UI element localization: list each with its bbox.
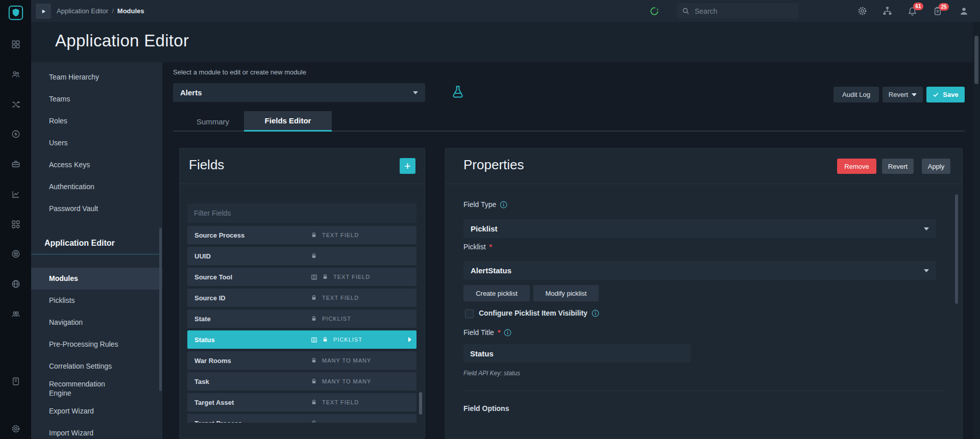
knowledge-icon[interactable] bbox=[0, 377, 31, 386]
approvals-icon[interactable]: 25 bbox=[933, 7, 942, 16]
chevron-down-icon bbox=[413, 91, 418, 94]
field-title-input[interactable] bbox=[463, 344, 691, 363]
approval-count-badge: 25 bbox=[939, 3, 949, 11]
visibility-checkbox[interactable] bbox=[465, 309, 474, 318]
field-row-source-tool[interactable]: Source Tool TEXT FIELD bbox=[187, 268, 416, 286]
page-scrollbar-thumb[interactable] bbox=[974, 36, 978, 84]
fields-list-scrollbar[interactable] bbox=[419, 392, 422, 415]
user-avatar-icon[interactable] bbox=[959, 6, 969, 16]
field-row-source-process[interactable]: Source Process TEXT FIELD bbox=[187, 226, 416, 244]
field-options-heading: Field Options bbox=[463, 404, 509, 412]
lock-icon bbox=[311, 253, 317, 259]
field-row-source-id[interactable]: Source ID TEXT FIELD bbox=[187, 289, 416, 307]
required-marker: * bbox=[489, 243, 492, 251]
sidebar-item-roles[interactable]: Roles bbox=[31, 110, 162, 132]
page-scrollbar-track bbox=[973, 22, 980, 439]
sidebar-item-navigation[interactable]: Navigation bbox=[31, 312, 162, 333]
reports-icon[interactable] bbox=[0, 190, 31, 199]
sidebar-item-correlation-settings[interactable]: Correlation Settings bbox=[31, 355, 162, 377]
field-type-label: Field Type bbox=[463, 200, 507, 209]
remove-button[interactable]: Remove bbox=[837, 159, 876, 174]
field-type-dropdown[interactable]: Picklist bbox=[463, 219, 936, 238]
sidebar-item-team-hierarchy[interactable]: Team Hierarchy bbox=[31, 66, 162, 88]
field-row-state[interactable]: State PICKLIST bbox=[187, 309, 416, 328]
info-icon[interactable] bbox=[592, 309, 599, 317]
properties-scrollbar[interactable] bbox=[955, 194, 958, 304]
field-title-label: Field Title * bbox=[463, 328, 511, 337]
flask-icon[interactable] bbox=[451, 85, 465, 99]
fields-panel: Fields + Source Process TEXT FIELD UUID … bbox=[179, 148, 425, 439]
picklist-dropdown[interactable]: AlertStatus bbox=[463, 261, 936, 280]
sitemap-icon[interactable] bbox=[883, 6, 892, 16]
target-icon[interactable] bbox=[0, 249, 31, 259]
modify-picklist-button[interactable]: Modify picklist bbox=[533, 285, 599, 301]
app-logo[interactable] bbox=[0, 5, 31, 20]
fields-list: Source Process TEXT FIELD UUID Source To… bbox=[187, 226, 416, 423]
create-picklist-button[interactable]: Create picklist bbox=[463, 285, 530, 301]
sidebar-item-export-wizard[interactable]: Export Wizard bbox=[31, 400, 162, 422]
field-row-war-rooms[interactable]: War Rooms MANY TO MANY bbox=[187, 351, 416, 370]
field-row-target-asset[interactable]: Target Asset TEXT FIELD bbox=[187, 393, 416, 411]
search-input[interactable] bbox=[694, 7, 794, 16]
grid-column-icon bbox=[311, 274, 317, 280]
settings-sidebar: Team Hierarchy Teams Roles Users Access … bbox=[31, 62, 162, 439]
required-marker: * bbox=[498, 328, 500, 337]
revert-button[interactable]: Revert bbox=[882, 159, 914, 174]
dashboard-icon[interactable] bbox=[0, 40, 31, 49]
info-icon[interactable] bbox=[504, 329, 511, 337]
module-dropdown[interactable]: Alerts bbox=[173, 83, 425, 102]
properties-panel-title: Properties bbox=[463, 157, 524, 173]
field-row-uuid[interactable]: UUID bbox=[187, 247, 416, 265]
sidebar-item-recommendation-engine[interactable]: Recommendation Engine bbox=[31, 377, 162, 400]
editor-tabs: Summary Fields Editor bbox=[173, 111, 965, 132]
save-button[interactable]: Save bbox=[926, 87, 965, 102]
automation-icon[interactable] bbox=[0, 130, 31, 139]
divider bbox=[463, 391, 944, 391]
gear-icon[interactable] bbox=[0, 424, 31, 433]
tab-fields-editor[interactable]: Fields Editor bbox=[244, 111, 332, 132]
properties-panel-header: Properties Remove Revert Apply bbox=[446, 148, 962, 184]
sidebar-item-teams[interactable]: Teams bbox=[31, 88, 162, 110]
widgets-icon[interactable] bbox=[0, 220, 31, 229]
sidebar-item-users[interactable]: Users bbox=[31, 132, 162, 154]
breadcrumb-separator: / bbox=[112, 7, 114, 15]
resources-icon[interactable] bbox=[0, 160, 31, 169]
filter-fields-input[interactable] bbox=[187, 203, 416, 223]
revert-dropdown-button[interactable]: Revert bbox=[883, 87, 923, 102]
field-row-task[interactable]: Task MANY TO MANY bbox=[187, 372, 416, 391]
apply-button[interactable]: Apply bbox=[922, 159, 950, 174]
lock-icon bbox=[311, 399, 317, 405]
search-icon bbox=[682, 7, 690, 15]
sidebar-item-picklists[interactable]: Picklists bbox=[31, 290, 162, 312]
people-icon[interactable] bbox=[0, 309, 31, 319]
sidebar-item-authentication[interactable]: Authentication bbox=[31, 176, 162, 198]
health-status-icon[interactable] bbox=[649, 6, 659, 16]
teams-icon[interactable] bbox=[0, 70, 31, 79]
field-type-value: Picklist bbox=[471, 224, 924, 233]
sidebar-item-modules[interactable]: Modules bbox=[31, 268, 162, 290]
page-header: Application Editor bbox=[31, 22, 980, 62]
visibility-checkbox-label: Configure Picklist Item Visibility bbox=[479, 309, 599, 317]
notifications-bell-icon[interactable]: 61 bbox=[908, 6, 917, 16]
sidebar-item-pre-processing-rules[interactable]: Pre-Processing Rules bbox=[31, 333, 162, 355]
picklist-label: Picklist * bbox=[463, 243, 492, 251]
globe-icon[interactable] bbox=[0, 279, 31, 289]
sidebar-item-access-keys[interactable]: Access Keys bbox=[31, 154, 162, 176]
tab-summary[interactable]: Summary bbox=[182, 111, 244, 132]
audit-log-button[interactable]: Audit Log bbox=[834, 87, 879, 102]
notification-count-badge: 61 bbox=[913, 3, 923, 10]
fields-panel-title: Fields bbox=[189, 157, 224, 173]
collapse-sidebar-button[interactable] bbox=[36, 4, 51, 19]
sidebar-item-import-wizard[interactable]: Import Wizard bbox=[31, 422, 162, 439]
sidebar-scrollbar[interactable] bbox=[159, 228, 162, 391]
info-icon[interactable] bbox=[500, 201, 507, 209]
field-row-target-process[interactable]: Target Process bbox=[187, 414, 416, 423]
page-title: Application Editor bbox=[55, 31, 189, 50]
add-field-button[interactable]: + bbox=[400, 158, 415, 174]
topbar: Application Editor / Modules 61 25 bbox=[31, 0, 980, 22]
routing-icon[interactable] bbox=[0, 100, 31, 109]
field-row-status-selected[interactable]: Status PICKLIST bbox=[187, 330, 416, 349]
breadcrumb-parent[interactable]: Application Editor bbox=[57, 7, 108, 15]
sidebar-item-password-vault[interactable]: Password Vault bbox=[31, 198, 162, 220]
settings-gear-icon[interactable] bbox=[857, 6, 867, 16]
